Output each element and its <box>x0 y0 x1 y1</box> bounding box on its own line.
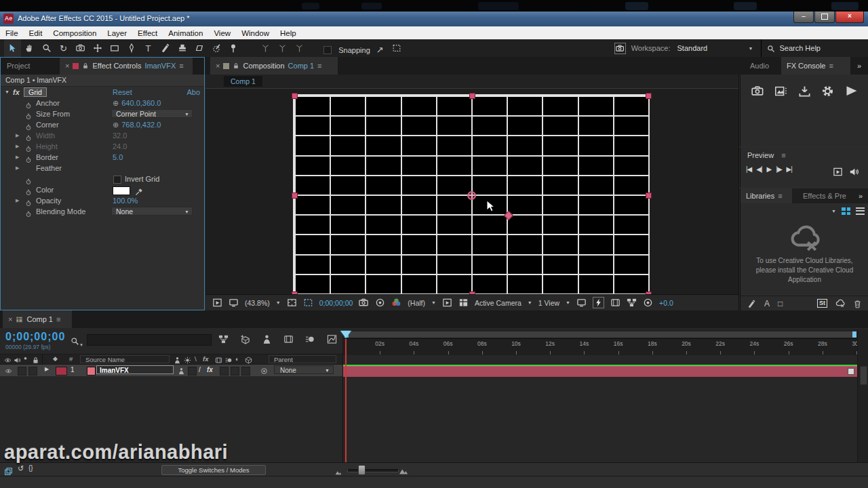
hide-shy-layers-icon[interactable] <box>262 333 272 345</box>
library-filter-chevron-icon[interactable]: ▼ <box>831 209 836 214</box>
graph-editor-icon[interactable] <box>327 333 337 345</box>
composition-breadcrumb[interactable]: Comp 1 <box>224 76 262 87</box>
composition-viewport[interactable] <box>205 88 738 295</box>
selection-tool[interactable] <box>4 39 21 57</box>
menu-effect[interactable]: Effect <box>132 27 163 40</box>
layer-3d-cell[interactable] <box>241 367 250 375</box>
layer-parent-dropdown[interactable]: None ▼ <box>274 365 334 374</box>
tab-effects-presets[interactable]: Effects & Pre <box>797 188 852 203</box>
fx-camera-icon[interactable] <box>751 84 764 97</box>
ruler-ticks[interactable]: 02s04s06s08s10s12s14s16s18s20s22s24s26s2… <box>343 338 858 355</box>
expand-transfer-controls-icon[interactable]: ↺ <box>18 464 24 473</box>
menu-animation[interactable]: Animation <box>163 27 208 40</box>
layer-name-field[interactable]: ImanVFX <box>96 365 174 374</box>
pixel-aspect-icon[interactable] <box>576 298 587 308</box>
magnification-chevron-icon[interactable]: ▼ <box>276 300 281 305</box>
menu-view[interactable]: View <box>208 27 236 40</box>
play-button[interactable]: ▶ <box>767 165 772 173</box>
layer-visibility-eye-icon[interactable] <box>5 367 12 375</box>
layer-handle-top-center[interactable] <box>469 93 475 99</box>
tab-timeline-comp1[interactable]: × Comp 1 ≡ <box>3 310 72 328</box>
label-column-icon[interactable]: ◆ <box>53 355 58 362</box>
fast-previews-icon[interactable] <box>593 297 604 308</box>
tab-project[interactable]: Project <box>1 57 60 75</box>
layer-handle-top-right[interactable] <box>646 93 652 99</box>
adobe-stock-icon[interactable]: St <box>817 299 827 308</box>
previous-frame-button[interactable]: ◀| <box>756 165 762 173</box>
roto-brush-tool[interactable] <box>208 39 224 57</box>
library-text-icon[interactable]: A <box>764 299 770 308</box>
menu-composition[interactable]: Composition <box>47 27 102 40</box>
current-time-indicator-line[interactable] <box>345 339 347 462</box>
timeline-search-input[interactable] <box>87 334 212 346</box>
grid-view-icon[interactable] <box>842 207 850 215</box>
close-icon[interactable]: × <box>216 62 220 70</box>
frame-blending-icon[interactable] <box>283 333 294 345</box>
stopwatch-icon[interactable] <box>25 208 32 219</box>
layer-twirl-icon[interactable]: ▶ <box>45 366 49 372</box>
number-column-icon[interactable]: # <box>69 355 73 363</box>
exposure-value[interactable]: +0.0 <box>659 299 673 307</box>
tab-effect-controls[interactable]: × Effect Controls ImanVFX ≡ <box>60 57 193 75</box>
rotation-tool[interactable]: ↻ <box>55 39 72 57</box>
comp-timecode[interactable]: 0;00;00;00 <box>319 299 353 307</box>
panel-menu-icon[interactable]: ≡ <box>179 62 183 70</box>
panel-menu-icon[interactable]: ≡ <box>781 151 785 159</box>
effect-name[interactable]: Grid <box>24 87 47 97</box>
motion-blur-icon[interactable] <box>305 333 315 345</box>
transparency-grid-icon[interactable] <box>458 298 469 308</box>
property-dropdown[interactable]: None▼ <box>111 207 193 216</box>
pen-tool[interactable] <box>123 39 140 57</box>
list-view-icon[interactable] <box>856 207 865 215</box>
layer-handle-mid-left[interactable] <box>292 192 298 199</box>
type-tool[interactable]: T <box>140 39 157 57</box>
parent-pickwhip-icon[interactable] <box>260 367 268 375</box>
tab-audio[interactable]: Audio <box>745 57 778 75</box>
property-value[interactable]: ⊕768.0,432.0 <box>113 119 161 130</box>
resolution-value[interactable]: (Half) <box>408 299 425 307</box>
menu-window[interactable]: Window <box>236 27 275 40</box>
source-name-column[interactable]: Source Name <box>80 355 170 363</box>
property-dropdown[interactable]: Corner Point▼ <box>111 109 193 118</box>
close-icon[interactable]: × <box>8 315 12 323</box>
view-camera-value[interactable]: Active Camera <box>475 299 521 307</box>
property-checkbox[interactable] <box>113 176 121 184</box>
fx-export-icon[interactable] <box>798 84 811 97</box>
lock-icon[interactable] <box>82 62 89 69</box>
expand-in-out-icon[interactable]: {} <box>28 464 33 472</box>
panel-overflow-chevrons[interactable]: » <box>853 188 868 203</box>
workspace-chevron-icon[interactable]: ▼ <box>749 46 753 51</box>
panel-menu-icon[interactable]: ≡ <box>829 62 833 70</box>
panel-menu-icon[interactable]: ≡ <box>56 315 60 323</box>
menu-edit[interactable]: Edit <box>24 27 48 40</box>
layer-effects-icon[interactable]: fx <box>207 366 213 373</box>
timeline-search-icon[interactable]: ▼ <box>71 335 83 347</box>
snap-frame-icon[interactable] <box>390 39 403 57</box>
menu-layer[interactable]: Layer <box>102 27 132 40</box>
color-swatch[interactable] <box>113 186 130 195</box>
about-button[interactable]: Abo <box>186 87 200 98</box>
property-value[interactable]: 32.0 <box>113 130 127 141</box>
library-shape-icon[interactable]: □ <box>778 299 783 308</box>
layer-collapse-cell[interactable] <box>188 367 197 375</box>
twirl-icon[interactable]: ▶ <box>16 152 24 163</box>
maximize-button[interactable] <box>814 12 835 23</box>
ram-preview-icon[interactable] <box>833 165 843 178</box>
workspace-value[interactable]: Standard <box>677 44 749 52</box>
world-axis-mode[interactable] <box>274 40 291 58</box>
next-frame-button[interactable]: |▶ <box>776 165 781 173</box>
lock-icon[interactable] <box>233 62 239 69</box>
composition-mini-flowchart-icon[interactable] <box>218 333 229 345</box>
clone-stamp-tool[interactable] <box>174 39 191 57</box>
snapshot-icon[interactable] <box>359 298 369 308</box>
composition-canvas[interactable] <box>293 94 650 295</box>
view-layout-chevron-icon[interactable]: ▼ <box>566 300 570 305</box>
layer-color-swatch[interactable] <box>87 367 96 375</box>
property-value[interactable]: ⊕640.0,360.0 <box>113 98 161 108</box>
always-preview-icon[interactable] <box>212 298 222 308</box>
current-time-indicator-handle[interactable] <box>340 331 351 338</box>
sync-settings-icon[interactable] <box>614 43 626 54</box>
search-help-field[interactable]: Search Help <box>779 44 821 52</box>
layer-row[interactable]: ▶ 1 ImanVFX / fx None ▼ <box>0 365 342 376</box>
twirl-icon[interactable]: ▶ <box>16 130 24 141</box>
